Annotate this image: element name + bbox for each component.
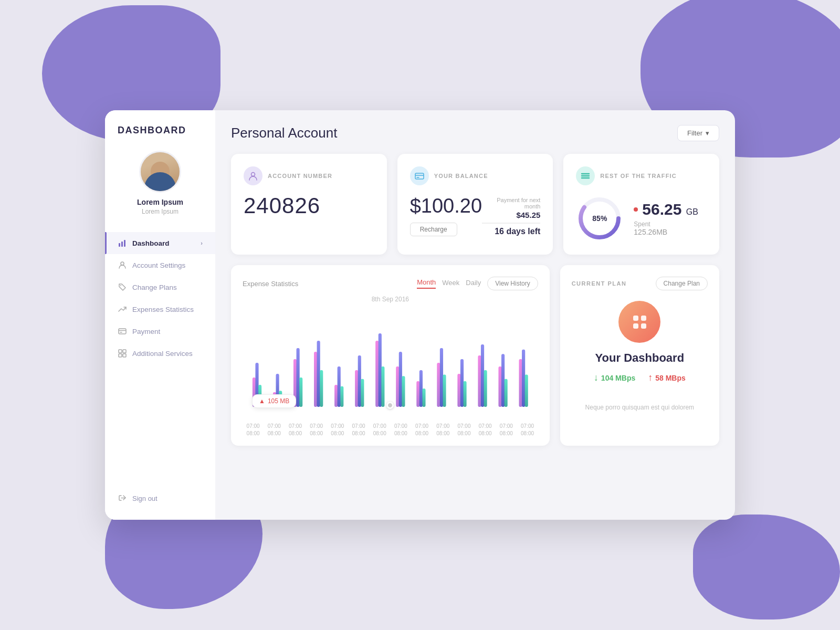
days-left: 16 days left	[482, 223, 540, 236]
traffic-card: REST OF THE TRAFFIC	[563, 154, 719, 255]
svg-rect-14	[415, 173, 424, 179]
traffic-spent-label: Spent	[634, 220, 698, 228]
traffic-icon	[576, 166, 595, 185]
svg-rect-46	[416, 381, 419, 407]
chart-xaxis: 07:0008:0007:0008:0007:0008:0007:0008:00…	[243, 423, 538, 437]
grid-icon	[118, 349, 127, 358]
chart-tab-week[interactable]: Week	[442, 279, 459, 288]
sidebar-nav: Dashboard › Account Settings	[105, 228, 215, 487]
chart-tooltip: ▲ 105 MB	[252, 394, 296, 408]
user-role: Lorem Ipsum	[142, 208, 178, 215]
donut-chart: 85%	[576, 195, 623, 242]
chart-tab-month[interactable]: Month	[417, 278, 436, 289]
svg-rect-1	[121, 242, 123, 247]
svg-rect-58	[498, 366, 501, 407]
svg-rect-47	[419, 370, 423, 407]
account-icon	[244, 166, 262, 185]
sidebar-item-account-settings[interactable]: Account Settings	[105, 254, 215, 276]
signout-icon	[118, 494, 127, 503]
traffic-dot	[634, 207, 638, 212]
chevron-down-icon: ▾	[706, 129, 709, 137]
chart-tab-daily[interactable]: Daily	[466, 279, 481, 288]
svg-rect-40	[375, 341, 379, 407]
svg-rect-44	[399, 352, 402, 407]
change-plan-button[interactable]: Change Plan	[656, 277, 708, 290]
chart-xaxis-item: 07:0008:00	[394, 423, 407, 437]
sidebar-label-expenses-statistics: Expenses Statistics	[132, 306, 194, 313]
user-icon	[118, 260, 127, 270]
svg-rect-30	[299, 377, 302, 407]
sidebar-item-additional-services[interactable]: Additional Services	[105, 342, 215, 364]
chart-xaxis-item: 07:0008:00	[331, 423, 344, 437]
sidebar-avatar-section: Lorem Ipsum Lorem Ipsum	[105, 151, 215, 228]
balance-main-amount: $100.20	[410, 195, 482, 217]
account-card-header: ACCOUNT NUMBER	[244, 166, 374, 185]
svg-rect-61	[519, 359, 522, 407]
account-number-card: ACCOUNT NUMBER 240826	[231, 154, 387, 255]
sidebar-label-additional-services: Additional Services	[132, 350, 193, 358]
svg-rect-41	[379, 333, 382, 407]
svg-rect-8	[119, 350, 122, 353]
balance-card-header: YOUR BALANCE	[410, 166, 541, 185]
recharge-button[interactable]: Recharge	[410, 223, 457, 236]
page-header: Personal Account Filter ▾	[231, 125, 719, 141]
plan-icon-dot-4	[641, 323, 646, 329]
user-name: Lorem Ipsum	[137, 198, 183, 206]
svg-rect-59	[501, 354, 505, 407]
sidebar-item-expenses-statistics[interactable]: Expenses Statistics	[105, 298, 215, 320]
tooltip-arrow-up: ▲	[259, 397, 265, 405]
traffic-card-header: REST OF THE TRAFFIC	[576, 166, 707, 185]
chart-xaxis-item: 07:0008:00	[289, 423, 302, 437]
bg-blob-4	[693, 514, 840, 620]
svg-rect-33	[320, 370, 323, 407]
stats-row: ACCOUNT NUMBER 240826 YOUR BALANCE	[231, 154, 719, 255]
svg-rect-60	[505, 379, 508, 407]
avatar	[139, 151, 181, 193]
svg-rect-54	[463, 381, 466, 407]
svg-rect-56	[481, 344, 484, 407]
sidebar-label-change-plans: Change Plans	[132, 284, 177, 291]
sidebar-item-payment[interactable]: Payment	[105, 320, 215, 342]
plan-icon	[618, 301, 660, 343]
chart-xaxis-item: 07:0008:00	[373, 423, 386, 437]
traffic-gb: 56.25 GB	[642, 201, 698, 218]
chart-scrubber[interactable]	[386, 402, 394, 409]
balance-label: YOUR BALANCE	[434, 173, 488, 179]
svg-rect-38	[358, 355, 361, 407]
svg-rect-49	[437, 363, 440, 407]
bottom-row: Expense Statistics Month Week Daily View…	[231, 265, 719, 446]
svg-rect-39	[361, 379, 364, 407]
balance-card: YOUR BALANCE $100.20 Recharge Payment fo…	[397, 154, 553, 255]
main-content: Personal Account Filter ▾ ACCOUNT NUMBER	[215, 110, 735, 520]
svg-rect-57	[484, 370, 487, 407]
svg-rect-11	[123, 354, 126, 357]
svg-rect-50	[440, 348, 443, 407]
svg-point-3	[121, 262, 124, 265]
bar-chart-icon	[118, 238, 127, 248]
chart-date: 8th Sep 2016	[243, 296, 538, 303]
filter-button[interactable]: Filter ▾	[677, 125, 719, 141]
svg-rect-5	[119, 329, 126, 334]
sidebar-label-payment: Payment	[132, 328, 160, 335]
payment-amount: $45.25	[482, 211, 540, 219]
svg-rect-0	[119, 243, 120, 247]
plan-icon-dot-2	[641, 316, 646, 321]
svg-rect-52	[457, 374, 460, 407]
view-history-button[interactable]: View History	[487, 277, 538, 290]
svg-rect-34	[334, 385, 338, 407]
trending-up-icon	[118, 304, 127, 314]
svg-point-4	[120, 285, 121, 286]
balance-icon	[410, 166, 429, 185]
svg-rect-48	[422, 388, 425, 407]
tag-icon	[118, 282, 127, 292]
svg-rect-55	[478, 355, 481, 407]
svg-point-13	[251, 173, 255, 176]
chart-xaxis-item: 07:0008:00	[310, 423, 323, 437]
tooltip-value: 105 MB	[268, 397, 289, 405]
sidebar-item-change-plans[interactable]: Change Plans	[105, 276, 215, 298]
plan-icon-grid	[631, 313, 648, 331]
signout-button[interactable]: Sign out	[105, 487, 215, 509]
current-plan-label: CURRENT PLAN	[572, 280, 627, 287]
sidebar-item-dashboard[interactable]: Dashboard ›	[105, 232, 215, 254]
chart-xaxis-item: 07:0008:00	[457, 423, 470, 437]
